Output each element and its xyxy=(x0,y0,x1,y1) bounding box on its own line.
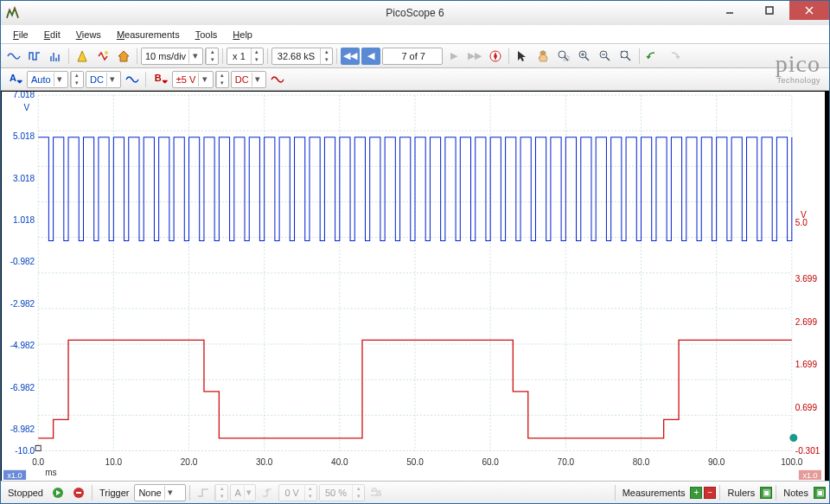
window-title: PicoScope 6 xyxy=(1,7,829,19)
svg-text:50.0: 50.0 xyxy=(406,457,424,467)
prev-icon[interactable]: ◀ xyxy=(361,48,380,65)
svg-text:3.699: 3.699 xyxy=(795,274,817,284)
svg-line-12 xyxy=(565,57,568,61)
menu-file[interactable]: File xyxy=(6,28,35,41)
pointer-icon[interactable] xyxy=(513,48,532,65)
svg-rect-1 xyxy=(766,7,773,14)
zoom-spin[interactable]: x 1▴▾ xyxy=(227,48,264,65)
svg-text:2.699: 2.699 xyxy=(795,316,817,326)
svg-text:80.0: 80.0 xyxy=(633,457,650,467)
svg-text:⚡: ⚡ xyxy=(78,53,86,61)
chevron-down-icon: ▾ xyxy=(188,49,201,63)
plot-canvas: 0.010.020.030.040.050.060.070.080.090.01… xyxy=(2,92,825,481)
channel-b-range[interactable]: ±5 V▾ xyxy=(172,71,214,88)
svg-point-11 xyxy=(559,51,565,58)
stop-button[interactable] xyxy=(69,484,88,501)
channel-toolbar: A⏷ Auto▾ ▴▾ DC▾ B⏷ ±5 V▾ ▴▾ DC▾ xyxy=(1,68,829,91)
maximize-button[interactable] xyxy=(750,1,789,20)
svg-line-15 xyxy=(585,57,589,61)
run-button[interactable] xyxy=(48,484,67,501)
menu-tools[interactable]: Tools xyxy=(188,28,225,41)
svg-text:x1.0: x1.0 xyxy=(8,471,22,480)
timebase-value: 10 ms/div xyxy=(145,51,186,61)
channel-a-range-spin[interactable]: ▴▾ xyxy=(70,71,84,88)
rewind-icon[interactable]: ◀◀ xyxy=(341,48,360,65)
rulers-label: Rulers xyxy=(724,488,758,498)
channel-a-wave-icon[interactable] xyxy=(123,71,142,88)
home-icon[interactable] xyxy=(114,48,133,65)
channel-a-range[interactable]: Auto▾ xyxy=(27,71,68,88)
zoom-rect-icon[interactable] xyxy=(554,48,573,65)
trigger-channel[interactable]: A▾ xyxy=(230,484,256,501)
svg-text:ms: ms xyxy=(45,468,56,477)
compass-icon[interactable] xyxy=(486,48,505,65)
auto-setup-icon[interactable] xyxy=(93,48,112,65)
menu-help[interactable]: Help xyxy=(226,28,259,41)
trigger-edge-spin[interactable]: ▴▾ xyxy=(214,484,228,501)
zoom-in-icon[interactable] xyxy=(575,48,594,65)
trigger-adv-icon[interactable] xyxy=(367,484,386,501)
svg-point-80 xyxy=(789,433,798,442)
zoom-out-icon[interactable] xyxy=(596,48,615,65)
next-icon[interactable]: ▶ xyxy=(444,48,463,65)
svg-text:-0.982: -0.982 xyxy=(10,257,35,266)
timebase-spin[interactable]: ▴▾ xyxy=(205,48,219,65)
measurement-add-button[interactable]: + xyxy=(690,487,702,499)
timebase-select[interactable]: 10 ms/div▾ xyxy=(141,48,203,65)
notes-label: Notes xyxy=(780,488,812,498)
svg-text:-10.0: -10.0 xyxy=(15,445,35,455)
svg-text:-0.301: -0.301 xyxy=(795,445,820,455)
scope-plot[interactable]: 0.010.020.030.040.050.060.070.080.090.01… xyxy=(1,91,829,481)
menu-measurements[interactable]: Measurements xyxy=(110,28,187,41)
samples-spin[interactable]: 32.68 kS▴▾ xyxy=(271,48,333,65)
notes-button[interactable]: ▣ xyxy=(814,487,826,499)
undo-icon[interactable] xyxy=(643,48,662,65)
redo-icon[interactable] xyxy=(664,48,683,65)
trigger-pretrig[interactable]: 50 %▴▾ xyxy=(319,484,365,501)
spectrum-mode-icon[interactable] xyxy=(46,48,65,65)
menubar: File Edit Views Measurements Tools Help xyxy=(1,25,829,44)
svg-text:60.0: 60.0 xyxy=(482,457,499,467)
channel-a-coupling[interactable]: DC▾ xyxy=(86,71,121,88)
scope-mode-icon[interactable] xyxy=(4,48,23,65)
statusbar: Stopped Trigger None▾ ▴▾ A▾ 0 V▴▾ 50 %▴▾… xyxy=(1,481,829,503)
close-button[interactable] xyxy=(789,1,829,20)
channel-b-coupling[interactable]: DC▾ xyxy=(231,71,266,88)
channel-a-label: A⏷ xyxy=(4,73,25,86)
measurements-label: Measurements xyxy=(619,488,689,498)
svg-text:10.0: 10.0 xyxy=(105,457,123,467)
minimize-button[interactable] xyxy=(710,1,750,20)
trigger-level[interactable]: 0 V▴▾ xyxy=(278,484,317,501)
trigger-edge-icon[interactable] xyxy=(194,484,213,501)
menu-edit[interactable]: Edit xyxy=(37,28,67,41)
svg-text:90.0: 90.0 xyxy=(708,457,725,467)
svg-line-19 xyxy=(606,57,610,61)
zoom-fit-icon[interactable] xyxy=(616,48,635,65)
svg-text:70.0: 70.0 xyxy=(558,457,575,467)
buffer-page[interactable]: 7 of 7 xyxy=(382,48,443,65)
svg-text:40.0: 40.0 xyxy=(331,457,348,467)
svg-text:1.018: 1.018 xyxy=(13,215,35,225)
svg-text:20.0: 20.0 xyxy=(181,457,198,467)
trigger-mode[interactable]: None▾ xyxy=(134,484,186,501)
svg-text:3.018: 3.018 xyxy=(13,174,35,183)
fwd-icon[interactable]: ▶▶ xyxy=(465,48,484,65)
svg-text:V: V xyxy=(801,210,807,220)
svg-text:-8.982: -8.982 xyxy=(10,424,35,434)
svg-text:0.699: 0.699 xyxy=(795,403,817,412)
main-toolbar: ⚡ 10 ms/div▾ ▴▾ x 1▴▾ 32.68 kS▴▾ ◀◀ ◀ 7 … xyxy=(1,44,829,68)
channel-b-wave-icon[interactable] xyxy=(268,71,287,88)
signal-gen-icon[interactable]: ⚡ xyxy=(73,48,92,65)
svg-text:7.018: 7.018 xyxy=(13,92,35,99)
persistence-mode-icon[interactable] xyxy=(25,48,44,65)
svg-rect-83 xyxy=(76,492,81,494)
trigger-rising-icon[interactable] xyxy=(258,484,277,501)
svg-text:100.0: 100.0 xyxy=(781,457,802,467)
channel-b-range-spin[interactable]: ▴▾ xyxy=(215,71,229,88)
hand-icon[interactable] xyxy=(533,48,552,65)
menu-views[interactable]: Views xyxy=(69,28,108,41)
measurement-remove-button[interactable]: − xyxy=(704,487,716,499)
svg-text:V: V xyxy=(23,103,29,112)
svg-text:-4.982: -4.982 xyxy=(10,341,35,350)
rulers-button[interactable]: ▣ xyxy=(760,487,772,499)
